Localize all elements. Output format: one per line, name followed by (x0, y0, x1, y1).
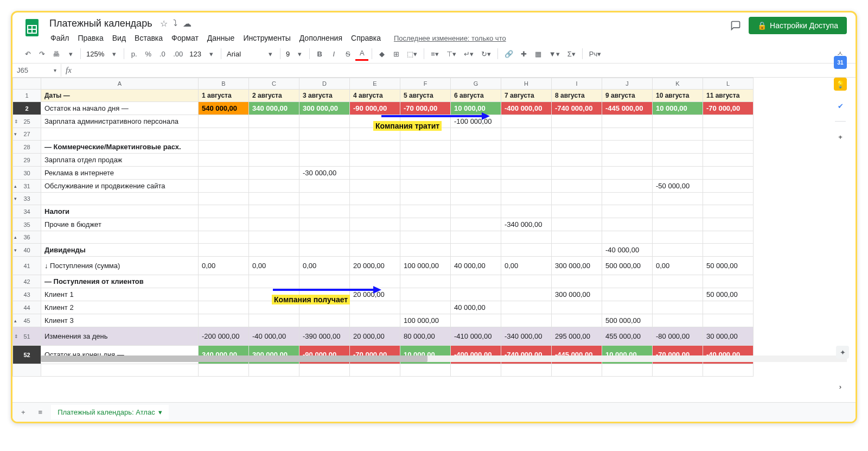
col-header[interactable]: F (400, 78, 451, 90)
cell[interactable] (501, 231, 552, 244)
cell[interactable] (400, 205, 451, 218)
cell[interactable]: 50 000,00 (703, 257, 754, 275)
cell[interactable] (703, 218, 754, 231)
cell[interactable]: 0,00 (653, 257, 703, 275)
cell[interactable] (703, 167, 754, 180)
cell[interactable] (400, 301, 451, 314)
cell[interactable]: 8 августа (552, 90, 602, 102)
cell[interactable]: 10 000,00 (451, 102, 501, 115)
cell[interactable] (602, 231, 653, 244)
cell[interactable] (199, 231, 249, 244)
col-header[interactable]: B (199, 78, 249, 90)
cell[interactable] (602, 193, 653, 205)
add-sheet-button[interactable]: + (17, 406, 30, 418)
row-label[interactable]: Остаток на начало дня — (41, 102, 199, 115)
row-label[interactable]: Зарплата отдел продаж (41, 154, 199, 167)
functions-button[interactable]: Σ▾ (564, 47, 579, 61)
cell[interactable] (501, 275, 552, 288)
cell[interactable] (552, 154, 602, 167)
cell[interactable] (703, 115, 754, 128)
cell[interactable]: -70 000,00 (400, 102, 451, 115)
cell[interactable] (299, 275, 350, 288)
cell[interactable] (249, 128, 299, 141)
row-label[interactable] (41, 128, 199, 141)
cell[interactable] (653, 218, 703, 231)
cell[interactable] (653, 314, 703, 327)
cell[interactable] (653, 115, 703, 128)
cell[interactable] (249, 141, 299, 154)
menu-file[interactable]: Файл (47, 31, 72, 45)
cell[interactable] (400, 154, 451, 167)
cell[interactable] (602, 115, 653, 128)
cell[interactable] (249, 288, 299, 301)
undo-button[interactable]: ↶ (21, 47, 34, 61)
cell[interactable]: 0,00 (501, 257, 552, 275)
filter-button[interactable]: ▼▾ (546, 47, 563, 61)
cell[interactable] (602, 128, 653, 141)
cell[interactable] (451, 231, 501, 244)
col-header[interactable]: H (501, 78, 552, 90)
cell[interactable] (653, 244, 703, 257)
last-edit-link[interactable]: Последнее изменение: только что (391, 32, 509, 45)
row-label[interactable]: Клиент 1 (41, 288, 199, 301)
cell[interactable] (501, 154, 552, 167)
cell[interactable]: -740 000,00 (552, 102, 602, 115)
cell[interactable] (249, 115, 299, 128)
cell[interactable] (552, 231, 602, 244)
cell[interactable] (552, 180, 602, 193)
row-label[interactable]: Клиент 3 (41, 314, 199, 327)
cell[interactable] (501, 193, 552, 205)
italic-button[interactable]: I (327, 47, 340, 61)
cell[interactable] (249, 180, 299, 193)
cell[interactable]: -70 000,00 (703, 102, 754, 115)
cell[interactable] (350, 154, 400, 167)
row-header[interactable]: 35 (13, 218, 41, 231)
cell[interactable] (602, 301, 653, 314)
cell[interactable] (249, 154, 299, 167)
sheets-logo[interactable] (21, 17, 43, 39)
row-header[interactable]: 44 (13, 301, 41, 314)
cell[interactable] (703, 364, 754, 377)
cell[interactable] (249, 364, 299, 377)
cell[interactable] (249, 275, 299, 288)
row-header[interactable]: 2 (13, 102, 41, 115)
cell[interactable] (552, 141, 602, 154)
comment-button[interactable]: ✚ (518, 47, 531, 61)
row-header[interactable]: ▾40 (13, 244, 41, 257)
cell[interactable] (501, 167, 552, 180)
cell[interactable] (400, 218, 451, 231)
cell[interactable] (249, 193, 299, 205)
cell[interactable] (451, 128, 501, 141)
col-header[interactable]: L (703, 78, 754, 90)
cell[interactable] (653, 128, 703, 141)
cell[interactable]: -30 000,00 (299, 167, 350, 180)
row-header[interactable]: 30 (13, 167, 41, 180)
cell[interactable]: 30 000,00 (703, 327, 754, 346)
cell[interactable] (350, 115, 400, 128)
row-header[interactable]: 42 (13, 275, 41, 288)
menu-addons[interactable]: Дополнения (296, 31, 346, 45)
cell[interactable] (299, 364, 350, 377)
cell[interactable] (350, 301, 400, 314)
row-label[interactable]: Реклама в интернете (41, 167, 199, 180)
row-header[interactable]: 34 (13, 205, 41, 218)
cell[interactable] (199, 314, 249, 327)
cell[interactable]: 20 000,00 (350, 257, 400, 275)
col-header[interactable]: E (350, 78, 400, 90)
halign-button[interactable]: ≡▾ (427, 47, 442, 61)
cell[interactable]: 0,00 (249, 257, 299, 275)
cell[interactable] (653, 288, 703, 301)
menu-format[interactable]: Формат (168, 31, 202, 45)
cell[interactable] (501, 180, 552, 193)
cell[interactable]: 5 августа (400, 90, 451, 102)
sheet-tab-active[interactable]: Платежный календарь: Атлас ▾ (51, 405, 168, 420)
cell[interactable] (703, 193, 754, 205)
cell[interactable]: 300 000,00 (552, 257, 602, 275)
spreadsheet-grid[interactable]: ABCDEFGHIJKL1Даты —1 августа2 августа3 а… (12, 78, 856, 382)
cell[interactable] (703, 314, 754, 327)
cell[interactable] (350, 193, 400, 205)
cell[interactable] (451, 193, 501, 205)
cell[interactable]: -200 000,00 (199, 327, 249, 346)
cloud-icon[interactable]: ☁ (183, 18, 192, 29)
cell[interactable]: 500 000,00 (602, 257, 653, 275)
